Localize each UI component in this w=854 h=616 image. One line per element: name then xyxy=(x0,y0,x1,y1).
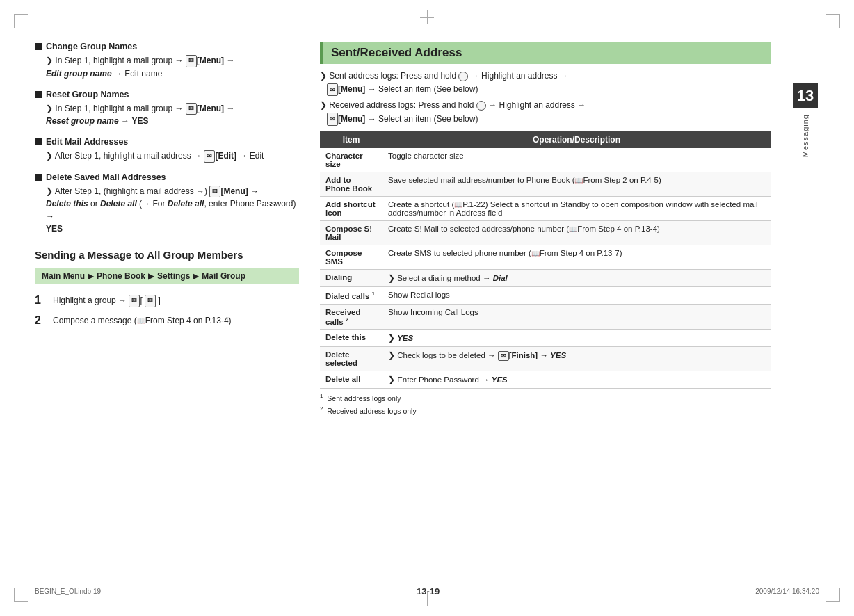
table-footnotes: 1 Sent address logs only 2 Received addr… xyxy=(320,392,771,416)
table-cell-item: Character size xyxy=(320,148,382,172)
table-cell-item: Delete all xyxy=(320,371,382,389)
section-title-text: Edit Mail Addresses xyxy=(46,137,128,147)
table-row: Compose SMS Create SMS to selected phone… xyxy=(320,245,771,269)
yes-label: YES xyxy=(46,224,63,234)
step-2-row: 2 Compose a message (📖From Step 4 on P.1… xyxy=(35,314,299,327)
section-title-change-group-names: Change Group Names xyxy=(35,42,299,51)
table-cell-desc: Create SMS to selected phone number (📖Fr… xyxy=(382,245,771,269)
step-arrow: ❯ In Step 1, highlight a mail group → xyxy=(46,56,186,65)
edit-icon: ✉ xyxy=(204,150,215,163)
chapter-label: Messaging xyxy=(801,114,809,157)
table-row: Dialing ❯ Select a dialing method → Dial xyxy=(320,269,771,286)
breadcrumb-mainmenu: Main Menu xyxy=(42,271,85,281)
or-label: or xyxy=(88,199,100,209)
circle-icon-2 xyxy=(476,101,486,111)
section-body-change-group-names: ❯ In Step 1, highlight a mail group → ✉[… xyxy=(35,54,299,80)
sent-received-title: Sent/Received Address xyxy=(320,42,771,64)
table-cell-item: Delete selected xyxy=(320,347,382,371)
section-title-text: Change Group Names xyxy=(46,42,137,51)
table-cell-item: Add to Phone Book xyxy=(320,172,382,196)
menu-icon-sent: ✉ xyxy=(327,83,338,96)
footer-left: BEGIN_E_OI.indb 19 xyxy=(35,587,101,595)
edit-label: [Edit] → Edit xyxy=(215,151,264,161)
edit-group-name-label: Edit group name xyxy=(46,69,112,79)
table-cell-item: Dialing xyxy=(320,269,382,286)
table-cell-item: Compose S! Mail xyxy=(320,220,382,245)
bullet-icon xyxy=(35,91,42,98)
corner-mark-tr xyxy=(826,14,840,28)
footer: BEGIN_E_OI.indb 19 13-19 2009/12/14 16:3… xyxy=(35,586,819,597)
section-change-group-names: Change Group Names ❯ In Step 1, highligh… xyxy=(35,42,299,80)
bc-arrow1: ▶ xyxy=(88,271,94,281)
table-cell-desc: Show Redial logs xyxy=(382,286,771,304)
section-title-delete-mail: Delete Saved Mail Addresses xyxy=(35,172,299,182)
bc-arrow2: ▶ xyxy=(148,271,154,281)
edit-group-name-arrow: → Edit name xyxy=(112,69,163,79)
corner-mark-tl xyxy=(14,14,28,28)
table-cell-desc: ❯ Enter Phone Password → YES xyxy=(382,371,771,389)
table-header-operation: Operation/Description xyxy=(382,131,771,148)
finish-icon: ✉ xyxy=(498,351,509,361)
table-row: Add to Phone Book Save selected mail add… xyxy=(320,172,771,196)
table-cell-desc: Save selected mail address/number to Pho… xyxy=(382,172,771,196)
section-reset-group-names: Reset Group Names ❯ In Step 1, highlight… xyxy=(35,90,299,128)
section-title-edit-mail: Edit Mail Addresses xyxy=(35,137,299,147)
bullet-icon xyxy=(35,43,42,50)
menu-icon-recv: ✉ xyxy=(327,113,338,125)
menu-label: [Menu] → xyxy=(197,56,235,65)
breadcrumb-phonebook: Phone Book xyxy=(97,271,145,281)
corner-mark-br xyxy=(826,588,840,602)
footnote-2: 2 Received address logs only xyxy=(320,405,771,416)
circle-icon-1 xyxy=(458,72,468,81)
section-delete-mail-addresses: Delete Saved Mail Addresses ❯ After Step… xyxy=(35,172,299,236)
footer-right: 2009/12/14 16:34:20 xyxy=(755,587,819,595)
menu-icon: ✉ xyxy=(186,55,197,67)
breadcrumb-mailgroup: Mail Group xyxy=(202,271,245,281)
breadcrumb-bar: Main Menu ▶ Phone Book ▶ Settings ▶ Mail… xyxy=(35,268,299,284)
table-row: Delete all ❯ Enter Phone Password → YES xyxy=(320,371,771,389)
bullet-icon xyxy=(35,138,42,145)
reset-arrow: → YES xyxy=(119,116,149,126)
table-cell-desc: ❯ Check logs to be deleted → ✉[Finish] →… xyxy=(382,347,771,371)
bc-arrow3: ▶ xyxy=(193,271,199,281)
table-row: Character size Toggle character size xyxy=(320,148,771,172)
table-cell-item: Delete this xyxy=(320,330,382,347)
address-table: Item Operation/Description Character siz… xyxy=(320,131,771,389)
step-text: ❯ After Step 1, (highlight a mail addres… xyxy=(46,186,209,196)
bullet-icon xyxy=(35,174,42,181)
step-arrow: ❯ In Step 1, highlight a mail group → xyxy=(46,104,186,113)
table-row: Compose S! Mail Create S! Mail to select… xyxy=(320,220,771,245)
step-2-number: 2 xyxy=(35,314,46,327)
left-column: Change Group Names ❯ In Step 1, highligh… xyxy=(35,42,299,588)
main-content: Change Group Names ❯ In Step 1, highligh… xyxy=(35,42,819,588)
section-body-edit-mail: ❯ After Step 1, highlight a mail address… xyxy=(35,149,299,163)
crosshair-top xyxy=(420,10,434,24)
table-cell-desc: Create a shortcut (📖P.1-22) Select a sho… xyxy=(382,196,771,220)
table-header-item: Item xyxy=(320,131,382,148)
table-cell-item: Add shortcut icon xyxy=(320,196,382,220)
table-cell-item: Compose SMS xyxy=(320,245,382,269)
right-sidebar: 13 Messaging xyxy=(791,42,819,588)
table-cell-desc: Toggle character size xyxy=(382,148,771,172)
table-row: Delete this ❯ YES xyxy=(320,330,771,347)
section-title-text: Reset Group Names xyxy=(46,90,129,99)
step-1-text: Highlight a group → ✉[ ✉ ] xyxy=(53,294,161,307)
section-edit-mail-addresses: Edit Mail Addresses ❯ After Step 1, high… xyxy=(35,137,299,163)
sent-intro-line1: ❯ Sent address logs: Press and hold → Hi… xyxy=(320,70,771,96)
delete-all-label: Delete all xyxy=(100,199,137,209)
step-2-text: Compose a message (📖From Step 4 on P.13-… xyxy=(53,314,232,327)
sent-intro-line2: ❯ Received address logs: Press and hold … xyxy=(320,99,771,125)
corner-mark-bl xyxy=(14,588,28,602)
table-cell-desc: Show Incoming Call Logs xyxy=(382,304,771,330)
reset-group-name-label: Reset group name xyxy=(46,116,119,126)
section-body-delete-mail: ❯ After Step 1, (highlight a mail addres… xyxy=(35,185,299,236)
table-row: Dialed calls 1 Show Redial logs xyxy=(320,286,771,304)
step-1-row: 1 Highlight a group → ✉[ ✉ ] xyxy=(35,294,299,307)
table-row: Received calls 2 Show Incoming Call Logs xyxy=(320,304,771,330)
step-1-number: 1 xyxy=(35,294,46,307)
menu-label: [Menu] → xyxy=(197,104,235,113)
footnote-1: 1 Sent address logs only xyxy=(320,392,771,404)
table-cell-item: Received calls 2 xyxy=(320,304,382,330)
step-text: ❯ After Step 1, highlight a mail address… xyxy=(46,151,204,161)
step1-mail-icon: ✉ xyxy=(129,295,140,307)
